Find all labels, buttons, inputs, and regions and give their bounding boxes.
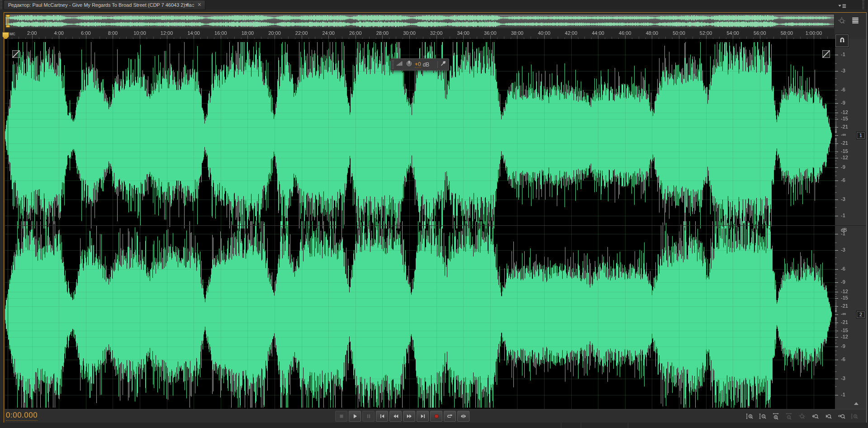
panel-drag-gripper[interactable] — [0, 0, 2, 9]
zoom-out-point-icon — [824, 413, 832, 420]
zoom-to-selection-button[interactable] — [835, 411, 847, 421]
zoom-reset-icon — [850, 413, 859, 420]
ruler-tick — [814, 35, 814, 39]
ruler-tick — [436, 35, 437, 39]
ruler-tick — [328, 35, 329, 39]
stop-button[interactable] — [335, 411, 347, 422]
pin-icon[interactable] — [440, 60, 446, 69]
ruler-tick — [247, 35, 248, 39]
panel-menu-icon[interactable] — [836, 2, 848, 9]
db-scale-label: -21 — [841, 140, 848, 146]
db-scale-label: -3 — [841, 247, 845, 252]
waveform-display[interactable] — [5, 39, 835, 409]
zoom-out-full-button[interactable] — [796, 411, 808, 421]
db-scale-label: -9 — [841, 100, 845, 105]
ruler-tick — [409, 35, 410, 39]
ruler-tick — [679, 35, 679, 39]
zoom-in-amplitude-button[interactable] — [743, 411, 755, 421]
ruler-tick — [140, 35, 140, 39]
skip-end-icon — [420, 413, 426, 419]
db-scale-label: -15 — [841, 148, 848, 154]
editor-panel: чмс 2:004:006:008:0010:0012:0014:0016:00… — [4, 12, 867, 423]
status-separator — [628, 423, 628, 428]
ruler-tick — [32, 35, 33, 39]
editor-tab[interactable]: Редактор: Paul McCartney - Give My Regar… — [4, 0, 205, 10]
zoom-toolbar — [743, 411, 860, 421]
hud-grip[interactable] — [392, 60, 394, 69]
ruler-tick — [706, 35, 707, 39]
list-icon[interactable] — [851, 16, 860, 26]
channel-badge[interactable]: 2 — [856, 311, 865, 319]
time-display[interactable]: 0:00.000 — [6, 411, 38, 421]
zoom-reset-button[interactable] — [848, 411, 860, 421]
overview-canvas[interactable] — [5, 14, 834, 28]
ruler-tick — [490, 35, 491, 39]
zoom-out-time-button[interactable] — [783, 411, 795, 421]
ruler-tick — [733, 35, 733, 39]
db-scale-label: -1 — [841, 392, 845, 397]
status-bar — [0, 423, 868, 428]
ruler-tick — [382, 35, 383, 39]
fade-in-handle[interactable] — [12, 50, 20, 58]
panel-drag-gripper-right[interactable] — [862, 0, 864, 9]
ruler-tick — [113, 35, 113, 39]
overview-playhead[interactable] — [6, 14, 9, 28]
db-scale-label: -1 — [841, 52, 845, 57]
close-icon[interactable]: × — [198, 0, 201, 9]
db-scale-label: -1 — [841, 213, 845, 218]
ruler-tick — [544, 35, 545, 39]
gain-hud[interactable]: +0 dB — [390, 58, 449, 71]
tab-title: Редактор: Paul McCartney - Give My Regar… — [8, 0, 194, 10]
rewind-button[interactable] — [389, 411, 402, 422]
db-scale-label: -15 — [841, 295, 848, 300]
ruler-tick — [625, 35, 626, 39]
zoom-in-time-button[interactable] — [769, 411, 782, 421]
skip-start-icon — [379, 413, 385, 419]
db-scale-ticks — [835, 39, 866, 409]
move-to-previous-button[interactable] — [376, 411, 388, 422]
channel-divider — [835, 225, 866, 226]
gain-unit-label: dB — [423, 62, 430, 68]
chevron-down-icon[interactable] — [185, 4, 189, 6]
zoom-in-at-out-point-button[interactable] — [822, 411, 834, 421]
hud-separator — [437, 61, 438, 68]
db-scale-label: -6 — [841, 87, 845, 92]
move-to-next-button[interactable] — [417, 411, 429, 422]
db-scale-infinity-label: -∞ — [841, 132, 846, 137]
magnet-icon — [839, 36, 846, 45]
pause-button[interactable] — [362, 411, 375, 422]
zoom-out-amplitude-button[interactable] — [756, 411, 768, 421]
db-scale-label: -12 — [841, 334, 848, 339]
scale-scroll-arrow-icon[interactable] — [854, 402, 859, 405]
channel-badge[interactable]: 1 — [856, 132, 865, 139]
timeline-ruler[interactable]: чмс 2:004:006:008:0010:0012:0014:0016:00… — [5, 29, 835, 39]
play-button[interactable] — [349, 411, 361, 422]
waveform-overview[interactable] — [5, 14, 835, 28]
zoom-selection-icon — [837, 413, 845, 420]
volume-bars-icon — [396, 60, 403, 69]
pause-icon — [365, 413, 372, 419]
skip-selection-button[interactable] — [457, 411, 470, 422]
ruler-tick — [275, 35, 275, 39]
loop-icon — [446, 413, 453, 419]
tab-bar: Редактор: Paul McCartney - Give My Regar… — [0, 0, 868, 10]
status-separator — [581, 423, 581, 428]
overview-playhead-handle-top[interactable] — [6, 14, 10, 17]
zoom-in-at-in-point-button[interactable] — [809, 411, 821, 421]
snap-toggle-button[interactable] — [835, 34, 849, 47]
db-scale-label: -6 — [841, 177, 845, 183]
gain-value[interactable]: +0 — [415, 62, 421, 68]
fade-out-handle[interactable] — [822, 50, 830, 58]
ruler-tick — [86, 35, 86, 39]
navigator-zoom-icon — [837, 17, 846, 27]
current-time-indicator[interactable] — [8, 39, 8, 409]
record-button[interactable] — [430, 411, 442, 422]
zoom-out-amp-icon — [759, 413, 767, 420]
db-scale-label: -3 — [841, 376, 845, 381]
db-scale[interactable]: dB-1-1-3-3-6-6-9-9-12-12-15-15-21-21-∞1d… — [835, 39, 866, 409]
loop-playback-button[interactable] — [444, 411, 456, 422]
fast-forward-button[interactable] — [403, 411, 415, 422]
overview-playhead-handle-bottom[interactable] — [6, 25, 10, 28]
knob-icon[interactable] — [405, 60, 413, 69]
waveform-canvas[interactable] — [5, 39, 835, 409]
